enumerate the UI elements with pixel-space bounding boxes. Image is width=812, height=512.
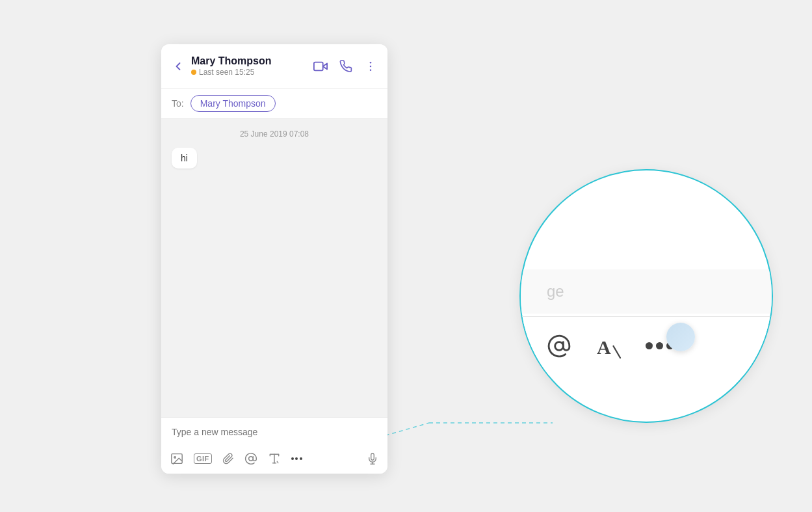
more-tools-button[interactable] (291, 457, 302, 460)
header-actions (313, 59, 377, 74)
input-area: GIF (161, 417, 387, 474)
message-area: 25 June 2019 07:08 hi (161, 119, 387, 417)
chat-panel: Mary Thompson Last seen 15:25 (161, 44, 387, 474)
zoom-circle: ge A (519, 169, 773, 423)
contact-info: Mary Thompson Last seen 15:25 (191, 55, 313, 77)
svg-point-5 (370, 65, 372, 67)
attachment-button[interactable] (222, 452, 234, 465)
message-input[interactable] (161, 418, 387, 446)
mention-button[interactable] (244, 452, 257, 465)
svg-point-4 (370, 61, 372, 63)
last-seen-status: Last seen 15:25 (191, 68, 313, 77)
zoom-input-row: ge (521, 269, 772, 314)
chat-header: Mary Thompson Last seen 15:25 (161, 44, 387, 88)
gif-button[interactable]: GIF (194, 453, 212, 464)
video-call-button[interactable] (313, 59, 328, 74)
more-options-button[interactable] (364, 60, 377, 73)
voice-call-button[interactable] (339, 60, 352, 73)
mic-button[interactable] (367, 451, 378, 466)
online-indicator (191, 70, 196, 75)
zoom-toolbar-row: A (521, 316, 772, 375)
dot-1 (646, 342, 653, 349)
svg-text:A: A (597, 336, 611, 358)
text-format-button[interactable] (268, 452, 281, 465)
to-label: To: (172, 98, 184, 109)
svg-point-8 (174, 457, 176, 458)
date-separator: 25 June 2019 07:08 (172, 129, 377, 139)
back-button[interactable] (172, 60, 185, 73)
svg-point-6 (370, 69, 372, 71)
contact-name: Mary Thompson (191, 55, 313, 67)
svg-rect-3 (314, 62, 323, 70)
svg-point-9 (249, 457, 254, 461)
dot-2 (656, 342, 663, 349)
zoom-mention-icon[interactable] (547, 334, 571, 358)
zoom-fab-button[interactable] (666, 323, 695, 351)
svg-rect-7 (172, 454, 182, 464)
svg-point-14 (555, 342, 564, 351)
zoom-text-format-icon[interactable]: A (595, 332, 622, 360)
to-field: To: Mary Thompson (161, 88, 387, 119)
image-button[interactable] (170, 453, 183, 465)
svg-marker-2 (323, 63, 327, 69)
toolbar: GIF (161, 446, 387, 474)
message-bubble: hi (172, 148, 197, 168)
recipient-tag[interactable]: Mary Thompson (190, 95, 276, 112)
zoom-circle-inner: ge A (521, 170, 772, 422)
svg-line-16 (614, 346, 621, 358)
zoom-input-placeholder: ge (547, 282, 564, 301)
